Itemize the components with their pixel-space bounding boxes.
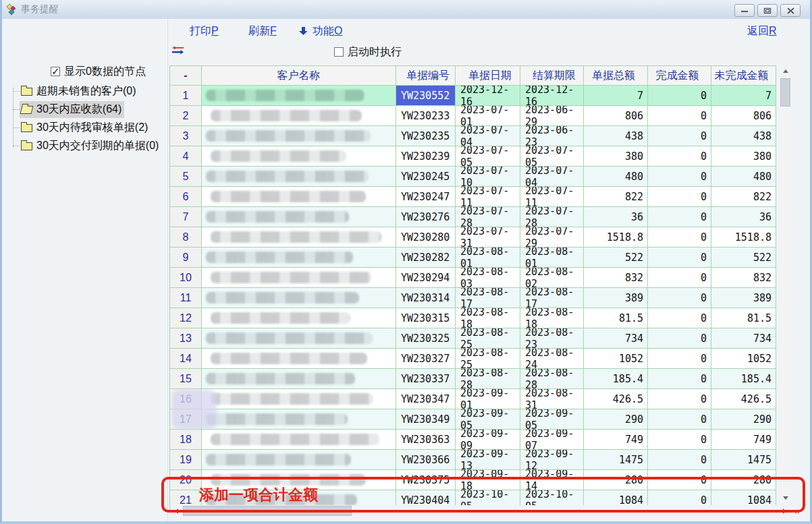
refresh-button[interactable]: 刷新F bbox=[248, 24, 277, 38]
cell-doc-no[interactable]: YW230363 bbox=[396, 430, 456, 450]
cell-done[interactable]: 0 bbox=[648, 106, 711, 126]
cell-doc-date[interactable]: 2023-08-17 bbox=[456, 288, 520, 308]
cell-undone[interactable]: 185.4 bbox=[711, 369, 776, 389]
row-number[interactable]: 5 bbox=[170, 167, 202, 187]
cell-total[interactable]: 734 bbox=[584, 328, 648, 349]
cell-due-date[interactable]: 2023-08-17 bbox=[520, 288, 584, 308]
cell-doc-no[interactable]: YW230235 bbox=[396, 126, 456, 146]
cell-doc-no[interactable]: YW230349 bbox=[396, 409, 456, 430]
cell-total[interactable]: 522 bbox=[584, 248, 648, 268]
cell-doc-no[interactable]: YW230375 bbox=[396, 470, 456, 490]
cell-done[interactable]: 0 bbox=[648, 409, 711, 430]
row-number[interactable]: 6 bbox=[170, 187, 202, 207]
cell-doc-no[interactable]: YW230327 bbox=[396, 349, 456, 369]
cell-done[interactable]: 0 bbox=[648, 450, 711, 470]
cell-doc-date[interactable]: 2023-09-09 bbox=[456, 430, 520, 450]
cell-doc-date[interactable]: 2023-08-18 bbox=[456, 308, 520, 328]
cell-total[interactable]: 81.5 bbox=[584, 308, 648, 328]
row-number[interactable]: 7 bbox=[170, 207, 202, 227]
tree-item[interactable]: 30天内交付到期的单据(0) bbox=[7, 137, 167, 155]
tree-item[interactable]: 30天内应收款(64) bbox=[7, 100, 167, 119]
close-button[interactable] bbox=[780, 4, 801, 17]
cell-due-date[interactable]: 2023-06-23 bbox=[520, 126, 584, 146]
cell-due-date[interactable]: 2023-12-16 bbox=[520, 86, 584, 106]
header-doc-no[interactable]: 单据编号 bbox=[396, 66, 456, 86]
cell-undone[interactable]: 438 bbox=[711, 126, 776, 146]
function-button[interactable]: 功能O bbox=[299, 24, 342, 38]
table-row[interactable]: 20 YW230375 2023-09-18 2023-09-14 280 0 … bbox=[170, 470, 776, 490]
table-row[interactable]: 2 YW230233 2023-07-01 2023-06-29 806 0 8… bbox=[170, 106, 776, 126]
cell-due-date[interactable]: 2023-07-04 bbox=[520, 167, 584, 187]
cell-undone[interactable]: 832 bbox=[711, 268, 776, 288]
cell-done[interactable]: 0 bbox=[648, 268, 711, 288]
cell-doc-date[interactable]: 2023-08-25 bbox=[456, 328, 520, 349]
cell-undone[interactable]: 36 bbox=[711, 207, 776, 227]
table-row[interactable]: 3 YW230235 2023-07-04 2023-06-23 438 0 4… bbox=[170, 126, 776, 146]
cell-done[interactable]: 0 bbox=[648, 248, 711, 268]
cell-doc-date[interactable]: 2023-09-18 bbox=[456, 470, 520, 490]
cell-undone[interactable]: 7 bbox=[711, 86, 776, 106]
cell-doc-no[interactable]: YW230239 bbox=[396, 146, 456, 167]
table-row[interactable]: 8 YW230280 2023-07-31 2023-07-29 1518.8 … bbox=[170, 227, 776, 248]
cell-customer-name[interactable] bbox=[202, 248, 396, 268]
cell-undone[interactable]: 380 bbox=[711, 146, 776, 167]
row-number[interactable]: 9 bbox=[170, 248, 202, 268]
cell-doc-no[interactable]: YW230294 bbox=[396, 268, 456, 288]
cell-doc-no[interactable]: YW230280 bbox=[396, 227, 456, 248]
cell-doc-date[interactable]: 2023-07-11 bbox=[456, 187, 520, 207]
cell-total[interactable]: 822 bbox=[584, 187, 648, 207]
cell-due-date[interactable]: 2023-07-29 bbox=[520, 227, 584, 248]
header-due-date[interactable]: 结算期限 bbox=[520, 66, 584, 86]
cell-total[interactable]: 1475 bbox=[584, 450, 648, 470]
cell-due-date[interactable]: 2023-08-01 bbox=[520, 248, 584, 268]
cell-customer-name[interactable] bbox=[202, 146, 396, 167]
row-number[interactable]: 20 bbox=[170, 470, 202, 490]
cell-undone[interactable]: 822 bbox=[711, 187, 776, 207]
row-number[interactable]: 14 bbox=[170, 349, 202, 369]
cell-customer-name[interactable] bbox=[202, 86, 396, 106]
maximize-button[interactable] bbox=[757, 4, 778, 17]
row-number[interactable]: 15 bbox=[170, 369, 202, 389]
table-row[interactable]: 15 YW230337 2023-08-28 2023-08-28 185.4 … bbox=[170, 369, 776, 389]
cell-customer-name[interactable] bbox=[202, 126, 396, 146]
cell-total[interactable]: 185.4 bbox=[584, 369, 648, 389]
table-row[interactable]: 7 YW230276 2023-07-28 2023-07-28 36 0 36 bbox=[170, 207, 776, 227]
cell-customer-name[interactable] bbox=[202, 308, 396, 328]
tree-item[interactable]: 30天内待我审核单据(2) bbox=[7, 119, 167, 137]
cell-total[interactable]: 36 bbox=[584, 207, 648, 227]
cell-customer-name[interactable] bbox=[202, 470, 396, 490]
table-row[interactable]: 1 YW230552 2023-12-16 2023-12-16 7 0 7 bbox=[170, 86, 776, 106]
cell-doc-no[interactable]: YW230276 bbox=[396, 207, 456, 227]
cell-doc-date[interactable]: 2023-07-04 bbox=[456, 126, 520, 146]
cell-customer-name[interactable] bbox=[202, 349, 396, 369]
row-number[interactable]: 3 bbox=[170, 126, 202, 146]
header-doc-date[interactable]: 单据日期 bbox=[456, 66, 520, 86]
cell-done[interactable]: 0 bbox=[648, 369, 711, 389]
cell-due-date[interactable]: 2023-06-29 bbox=[520, 106, 584, 126]
cell-due-date[interactable]: 2023-08-02 bbox=[520, 268, 584, 288]
cell-done[interactable]: 0 bbox=[648, 167, 711, 187]
table-row[interactable]: 11 YW230314 2023-08-17 2023-08-17 389 0 … bbox=[170, 288, 776, 308]
cell-undone[interactable]: 290 bbox=[711, 409, 776, 430]
cell-due-date[interactable]: 2023-08-24 bbox=[520, 349, 584, 369]
cell-total[interactable]: 1518.8 bbox=[584, 227, 648, 248]
cell-customer-name[interactable] bbox=[202, 328, 396, 349]
cell-due-date[interactable]: 2023-09-07 bbox=[520, 430, 584, 450]
cell-doc-date[interactable]: 2023-09-01 bbox=[456, 389, 520, 409]
cell-doc-date[interactable]: 2023-07-05 bbox=[456, 146, 520, 167]
cell-customer-name[interactable] bbox=[202, 268, 396, 288]
cell-total[interactable]: 480 bbox=[584, 167, 648, 187]
cell-doc-date[interactable]: 2023-09-13 bbox=[456, 450, 520, 470]
cell-due-date[interactable]: 2023-08-18 bbox=[520, 308, 584, 328]
cell-doc-date[interactable]: 2023-08-28 bbox=[456, 369, 520, 389]
vertical-scrollbar[interactable] bbox=[780, 65, 791, 504]
back-button[interactable]: 返回R bbox=[747, 24, 777, 38]
startup-checkbox[interactable]: 启动时执行 bbox=[334, 45, 402, 59]
resize-grip[interactable] bbox=[794, 508, 801, 515]
cell-undone[interactable]: 734 bbox=[711, 328, 776, 349]
cell-total[interactable]: 832 bbox=[584, 268, 648, 288]
cell-done[interactable]: 0 bbox=[648, 146, 711, 167]
show-zero-checkbox[interactable]: 显示0数据的节点 bbox=[51, 65, 146, 79]
row-number[interactable]: 11 bbox=[170, 288, 202, 308]
cell-doc-no[interactable]: YW230315 bbox=[396, 308, 456, 328]
